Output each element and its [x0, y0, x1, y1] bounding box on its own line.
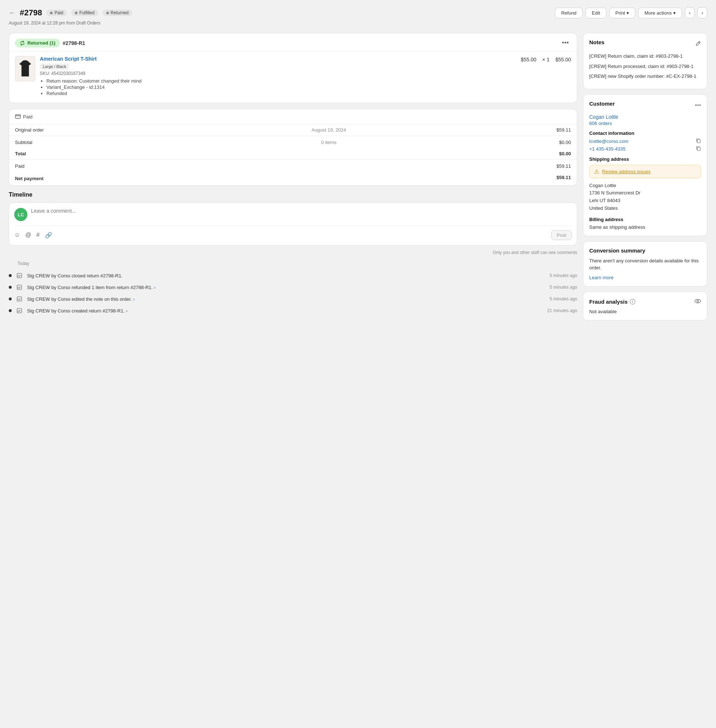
return-card-header-left: Returned (1) #2798-R1	[15, 39, 85, 47]
fraud-status: Not available	[589, 309, 701, 314]
badge-fulfilled: Fulfilled	[71, 9, 98, 16]
info-icon[interactable]: i	[630, 299, 635, 304]
subtotal-items: 0 items	[212, 136, 445, 148]
product-image	[15, 56, 35, 82]
customer-name[interactable]: Cogan Lottle	[589, 114, 701, 120]
payment-table: Original order August 19, 2024 $59.11 Su…	[9, 124, 577, 185]
prev-order-button[interactable]: ‹	[685, 7, 695, 18]
notes-line-1: [CREW] Return processed, claim id: #903-…	[589, 63, 701, 70]
event-time-1: 5 minutes ago	[550, 285, 577, 290]
notes-card: Notes [CREW] Return claim, claim id: #90…	[583, 33, 707, 89]
return-more-button[interactable]: •••	[560, 38, 571, 47]
address-line-3: United States	[589, 205, 618, 211]
more-actions-chevron-icon: ▾	[673, 10, 676, 16]
payment-card: Paid Original order August 19, 2024 $59.…	[9, 109, 577, 185]
warning-icon: ⚠	[594, 168, 599, 175]
timeline-date: Today	[9, 261, 577, 266]
comment-tools: ☺ @ # 🔗	[14, 232, 52, 239]
edit-button[interactable]: Edit	[586, 8, 606, 18]
quantity: × 1	[542, 57, 549, 62]
shipping-address-title: Shipping address	[589, 157, 701, 162]
more-actions-label: More actions	[645, 10, 671, 16]
svg-point-7	[695, 299, 701, 303]
address-line-2: Lehi UT 84043	[589, 198, 620, 203]
comment-input[interactable]	[31, 208, 572, 214]
net-payment-value: $59.11	[445, 172, 577, 185]
event-link-3[interactable]: ›	[126, 308, 127, 313]
customer-more-button[interactable]: •••	[695, 102, 701, 109]
copy-email-button[interactable]	[696, 138, 701, 144]
total-label: Total	[9, 148, 212, 160]
product-row: American Script T-Shirt Large / Black SK…	[9, 51, 577, 103]
total-value: $0.00	[445, 148, 577, 160]
copy-phone-icon	[696, 146, 701, 151]
net-payment-row: Net payment $59.11	[9, 172, 577, 185]
notes-title: Notes	[589, 39, 605, 45]
avatar: LC	[14, 208, 27, 221]
total-row: Total $0.00	[9, 148, 577, 160]
svg-point-8	[697, 300, 699, 302]
event-dot-3	[9, 309, 12, 312]
svg-rect-5	[697, 140, 700, 143]
detail-variant-exchange: Variant_Exchange - id:1314	[46, 84, 516, 90]
paid-mid	[212, 160, 445, 172]
attachment-icon[interactable]: 🔗	[45, 232, 52, 239]
paid-label: Paid	[23, 114, 32, 120]
order-subtitle: August 19, 2024 at 12:28 pm from Draft O…	[9, 20, 707, 26]
event-link-1[interactable]: ›	[154, 285, 156, 290]
more-actions-button[interactable]: More actions ▾	[638, 8, 682, 18]
net-payment-label: Net payment	[9, 172, 212, 185]
refund-button[interactable]: Refund	[555, 8, 583, 18]
main-layout: Returned (1) #2798-R1 ••• American Sc	[9, 33, 707, 326]
customer-title: Customer	[589, 100, 615, 107]
contact-email[interactable]: lcottle@corso.com	[589, 138, 628, 144]
address-line-0: Cogan Lottle	[589, 183, 616, 188]
event-time-0: 5 minutes ago	[550, 273, 577, 278]
next-order-button[interactable]: ›	[697, 7, 707, 18]
notes-line-0: [CREW] Return claim, claim id: #903-2798…	[589, 53, 701, 60]
billing-address-text: Same as shipping address	[589, 224, 701, 230]
unit-price: $55.00	[520, 57, 536, 62]
svg-rect-6	[697, 147, 700, 150]
product-sku: SKU: 45432030167349	[40, 71, 516, 76]
copy-phone-button[interactable]	[696, 146, 701, 152]
comment-row: LC	[14, 208, 572, 221]
timeline-event-1: Stg CREW by Corso refunded 1 item from r…	[9, 281, 577, 293]
back-button[interactable]: ←	[9, 9, 15, 17]
address-line-1: 1736 N Summercrest Dr	[589, 190, 640, 196]
learn-more-link[interactable]: Learn more	[589, 275, 613, 280]
contact-email-row: lcottle@corso.com	[589, 138, 701, 144]
notes-edit-button[interactable]	[695, 41, 701, 47]
returned-badge-label: Returned (1)	[27, 40, 56, 46]
fraud-title: Fraud analysis	[589, 299, 628, 305]
hashtag-icon[interactable]: #	[36, 232, 40, 239]
event-link-2[interactable]: ›	[133, 296, 135, 302]
post-button[interactable]: Post	[551, 230, 572, 240]
eye-icon[interactable]	[695, 298, 701, 306]
print-button[interactable]: Print ▾	[609, 8, 636, 18]
return-icon	[19, 40, 25, 46]
net-payment-mid	[212, 172, 445, 185]
event-icon-1	[15, 283, 23, 291]
product-details-list: Return reason: Customer changed their mi…	[40, 78, 516, 96]
customer-orders[interactable]: 606 orders	[589, 121, 701, 126]
timeline-date-group: Today Stg CREW by Corso closed return #2…	[9, 261, 577, 316]
sidebar: Notes [CREW] Return claim, claim id: #90…	[583, 33, 707, 326]
return-card-header: Returned (1) #2798-R1 •••	[9, 33, 577, 51]
contact-phone[interactable]: +1 435-435-4335	[589, 146, 625, 152]
pencil-icon	[695, 41, 701, 46]
customer-card-header: Customer •••	[589, 100, 701, 110]
mention-icon[interactable]: @	[25, 232, 31, 239]
detail-return-reason: Return reason: Customer changed their mi…	[46, 78, 516, 84]
original-order-label: Original order	[9, 124, 212, 136]
contact-phone-row: +1 435-435-4335	[589, 146, 701, 152]
address-warning: ⚠ Review address issues	[589, 165, 701, 178]
product-name[interactable]: American Script T-Shirt	[40, 56, 516, 62]
emoji-icon[interactable]: ☺	[14, 232, 20, 239]
review-address-link[interactable]: Review address issues	[602, 169, 651, 174]
product-pricing: $55.00 × 1 $55.00	[520, 56, 571, 62]
staff-note: Only you and other staff can see comment…	[9, 250, 577, 255]
timeline-title: Timeline	[9, 191, 577, 198]
conversion-text: There aren't any conversion details avai…	[589, 257, 701, 272]
original-order-date: August 19, 2024	[212, 124, 445, 136]
